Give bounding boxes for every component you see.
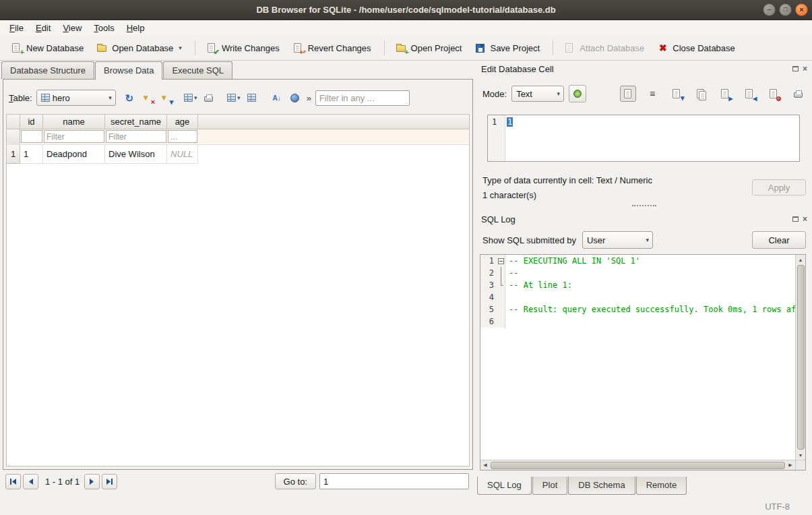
row-number-header[interactable]: 1	[7, 145, 20, 164]
open-database-button[interactable]: Open Database ▾	[91, 39, 187, 57]
cell-editor[interactable]: 1 1	[487, 115, 800, 162]
import-cell-button[interactable]: ▶	[717, 86, 733, 102]
float-dock-icon[interactable]	[792, 216, 799, 222]
scroll-down-icon[interactable]: ▼	[796, 450, 805, 460]
scroll-right-icon[interactable]: ▶	[786, 460, 795, 470]
menu-tools[interactable]: Tools	[88, 22, 120, 34]
tab-browse-data[interactable]: Browse Data	[95, 61, 162, 80]
filter-input-id[interactable]	[21, 130, 42, 143]
set-null-button[interactable]	[766, 86, 782, 102]
print-table-button[interactable]	[201, 90, 217, 106]
submitted-by-value: User	[587, 235, 605, 245]
maximize-button[interactable]: □	[779, 3, 792, 16]
previous-record-button[interactable]	[23, 474, 38, 489]
clear-filters-button[interactable]: ▼×	[139, 90, 156, 106]
mode-settings-button[interactable]	[569, 85, 586, 102]
scroll-left-icon[interactable]: ◀	[480, 460, 490, 470]
mode-selector[interactable]: Text ▾	[511, 86, 564, 102]
last-record-button[interactable]	[102, 474, 117, 489]
encoding-button[interactable]	[287, 90, 303, 106]
close-database-button[interactable]: ✖ Close Database	[652, 39, 741, 57]
document-icon	[623, 88, 634, 100]
cell-size-info: 1 character(s)	[482, 190, 536, 200]
clear-log-button[interactable]: Clear	[752, 231, 806, 249]
first-record-button[interactable]	[5, 474, 21, 489]
toolbar-overflow-icon[interactable]: »	[307, 93, 311, 103]
horizontal-scroll-thumb[interactable]	[491, 462, 785, 469]
word-wrap-button[interactable]: ≡	[644, 86, 660, 102]
export-cell-button[interactable]: ◀	[741, 86, 757, 102]
sql-log-view[interactable]: 1 -- EXECUTING ALL IN 'SQL 1' 2 -- 3 -- …	[480, 254, 806, 471]
fold-marker-icon[interactable]	[498, 258, 504, 264]
tab-db-schema[interactable]: DB Schema	[568, 477, 635, 495]
open-project-button[interactable]: + Open Project	[390, 39, 468, 57]
header-filler	[198, 115, 469, 129]
column-header-age[interactable]: age	[167, 115, 198, 129]
delete-record-button[interactable]	[244, 90, 260, 106]
sort-button[interactable]: A↓	[269, 90, 285, 106]
tab-sql-log[interactable]: SQL Log	[477, 477, 532, 495]
show-sql-label: Show SQL submitted by	[482, 235, 576, 245]
cell-name[interactable]: Deadpond	[43, 145, 105, 164]
menu-file[interactable]: File	[3, 22, 30, 34]
cell-secret-name[interactable]: Dive Wilson	[105, 145, 167, 164]
new-database-button[interactable]: + New Database	[5, 39, 89, 57]
close-dock-icon[interactable]: ×	[803, 216, 807, 222]
tab-execute-sql[interactable]: Execute SQL	[163, 61, 232, 79]
splitter-handle[interactable]	[632, 205, 656, 206]
vertical-scrollbar[interactable]: ▲ ▼	[795, 255, 805, 460]
menu-help[interactable]: Help	[121, 22, 151, 34]
filter-input-name[interactable]	[44, 130, 104, 143]
float-dock-icon[interactable]	[792, 66, 799, 71]
log-line: 5 -- Result: query executed successfully…	[480, 303, 795, 315]
goto-button[interactable]: Go to:	[275, 473, 316, 489]
filter-input-age[interactable]	[168, 130, 197, 143]
filter-options-button[interactable]: ▼▾	[158, 90, 174, 106]
table-selector[interactable]: hero ▾	[36, 90, 116, 106]
cell-age[interactable]: NULL	[167, 145, 198, 164]
write-changes-button[interactable]: ✔ Write Changes	[201, 39, 285, 57]
open-external-button[interactable]: ▾	[668, 86, 685, 102]
refresh-button[interactable]: ↻	[121, 90, 137, 106]
open-database-dropdown-icon[interactable]: ▾	[179, 44, 182, 51]
print-cell-button[interactable]	[790, 86, 806, 102]
tab-remote[interactable]: Remote	[636, 477, 687, 495]
export-table-icon	[184, 94, 193, 102]
horizontal-scrollbar[interactable]: ◀ ▶	[480, 460, 795, 470]
editor-content[interactable]: 1	[505, 115, 513, 161]
export-table-button[interactable]: ▾	[183, 90, 199, 106]
log-line: 1 -- EXECUTING ALL IN 'SQL 1'	[480, 255, 795, 267]
close-button[interactable]: ×	[795, 3, 808, 16]
grid-filter-row	[7, 129, 469, 145]
tab-plot[interactable]: Plot	[532, 477, 567, 495]
revert-changes-button[interactable]: ↩ Revert Changes	[287, 39, 377, 57]
filter-any-input[interactable]	[315, 90, 410, 106]
goto-input[interactable]	[319, 473, 469, 489]
scroll-up-icon[interactable]: ▲	[796, 255, 805, 264]
vertical-scroll-thumb[interactable]	[797, 265, 805, 450]
apply-button[interactable]: Apply	[752, 179, 806, 195]
log-line: 4 INSERT INTO "hero" ("name", "secret_na…	[480, 291, 795, 303]
minimize-button[interactable]: −	[763, 3, 776, 16]
menu-edit[interactable]: Edit	[30, 22, 57, 34]
print-icon	[204, 96, 213, 102]
tab-database-structure[interactable]: Database Structure	[1, 61, 94, 79]
filter-input-secret-name[interactable]	[106, 130, 166, 143]
insert-record-button[interactable]: ▾	[226, 90, 242, 106]
sql-log-title: SQL Log	[481, 214, 516, 224]
column-header-secret-name[interactable]: secret_name	[105, 115, 167, 129]
text-mode-button[interactable]	[620, 86, 636, 102]
close-dock-icon[interactable]: ×	[803, 65, 807, 72]
column-header-name[interactable]: name	[43, 115, 105, 129]
submitted-by-selector[interactable]: User ▾	[582, 231, 653, 249]
save-project-button[interactable]: Save Project	[469, 39, 545, 57]
column-header-id[interactable]: id	[20, 115, 43, 129]
save-project-label: Save Project	[490, 43, 540, 53]
copy-cell-button[interactable]	[693, 86, 709, 102]
menu-view[interactable]: View	[57, 22, 88, 34]
dock-tab-bar: SQL Log Plot DB Schema Remote	[477, 477, 687, 495]
print-icon	[794, 92, 803, 98]
next-record-button[interactable]	[84, 474, 100, 489]
cell-id[interactable]: 1	[20, 145, 43, 164]
filter-options-icon: ▼▾	[160, 92, 171, 104]
